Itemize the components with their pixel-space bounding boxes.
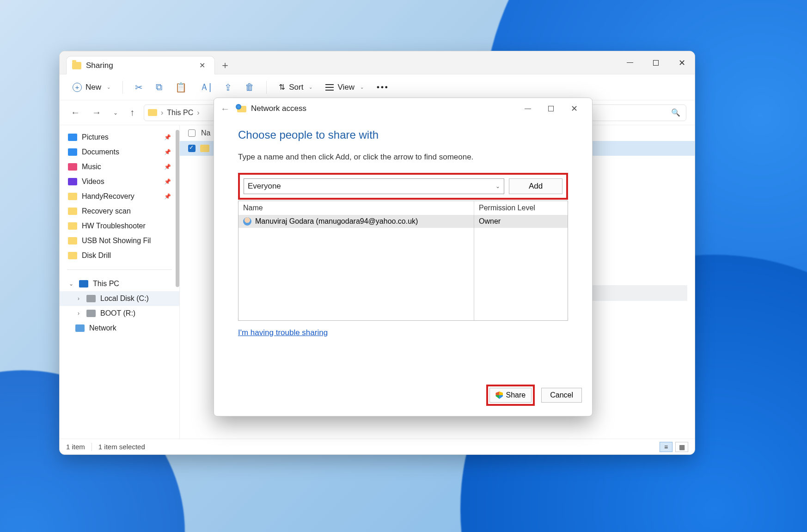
shield-icon [495,391,503,399]
sidebar-item-recoveryscan[interactable]: Recovery scan [60,204,179,219]
back-button[interactable]: ← [220,104,230,114]
maximize-button[interactable] [539,100,562,117]
minimize-button[interactable] [516,100,539,117]
chevron-right-icon: › [197,109,199,117]
sidebar-item-label: HW Troubleshooter [82,222,146,230]
permissions-table: Name Permission Level Manuviraj Godara (… [238,201,568,321]
history-dropdown[interactable]: ⌄ [110,108,121,118]
folder-icon [68,193,77,200]
sidebar-item-network[interactable]: Network [60,321,179,336]
view-button[interactable]: View ⌄ [321,80,368,95]
sidebar-item-label: Recovery scan [82,207,131,215]
chevron-down-icon: ⌄ [68,281,74,287]
folder-icon [72,62,81,69]
folder-icon [148,109,157,116]
more-button[interactable]: ••• [372,80,394,95]
view-icon [325,87,334,88]
disk-icon [86,310,96,317]
sidebar-item-videos[interactable]: Videos📌 [60,174,179,189]
share-button[interactable]: Share [489,388,532,403]
cancel-label: Cancel [550,391,573,399]
network-share-icon [237,105,246,112]
tab-close-icon[interactable]: ✕ [196,59,209,72]
copy-button[interactable]: ⧉ [151,79,167,95]
share-button[interactable]: ⇪ [220,79,237,96]
tab-sharing[interactable]: Sharing ✕ [66,56,215,74]
highlight-add-area: Everyone ⌄ Add [238,173,568,200]
dialog-body: Choose people to share with Type a name … [214,119,592,337]
select-all-checkbox[interactable] [188,129,196,137]
folder-icon [68,252,77,259]
divider [67,269,172,270]
view-label: View [337,83,355,92]
sidebar-item-thispc[interactable]: ⌄This PC [60,276,179,291]
sidebar-item-diskdrill[interactable]: Disk Drill [60,248,179,263]
forward-button[interactable]: → [89,105,104,120]
sidebar-item-label: Music [82,163,101,171]
maximize-button[interactable] [643,51,669,74]
folder-icon [68,208,77,215]
scrollbar-thumb[interactable] [176,130,179,287]
dialog-window-controls: ✕ [516,100,586,117]
cut-button[interactable]: ✂ [130,79,147,96]
sidebar-item-label: Network [89,324,116,332]
chevron-down-icon: ⌄ [107,85,110,90]
toolbar: + New ⌄ ✂ ⧉ 📋 Ａ| ⇪ 🗑 ⇅ Sort ⌄ View ⌄ ••• [60,74,695,100]
sidebar-item-label: Documents [82,148,119,156]
chevron-down-icon[interactable]: ⌄ [495,183,500,190]
sidebar-item-music[interactable]: Music📌 [60,159,179,174]
row-checkbox[interactable] [188,145,196,152]
column-name[interactable]: Na [201,129,210,137]
search-icon: 🔍 [671,108,680,117]
sort-label: Sort [289,83,303,92]
paste-button[interactable]: 📋 [171,79,191,96]
separator [92,443,92,451]
chevron-down-icon: ⌄ [309,85,312,90]
sidebar-item-pictures[interactable]: Pictures📌 [60,130,179,145]
permissions-header: Name Permission Level [238,201,568,215]
close-button[interactable]: ✕ [562,100,586,117]
new-button[interactable]: + New ⌄ [68,80,115,95]
breadcrumb-thispc[interactable]: This PC [167,109,193,117]
status-bar: 1 item 1 item selected ≡ ▦ [60,439,695,454]
sidebar-item-boot[interactable]: ›BOOT (R:) [60,306,179,321]
add-button[interactable]: Add [509,178,562,194]
sidebar-item-label: Videos [82,177,104,186]
icons-view-button[interactable]: ▦ [675,442,688,452]
sidebar-item-label: USB Not Showing Fil [82,237,151,245]
sidebar-item-label: Pictures [82,133,109,141]
new-tab-button[interactable]: ＋ [215,56,235,74]
sidebar-item-localdisk[interactable]: ›Local Disk (C:) [60,291,179,306]
minimize-button[interactable] [617,51,643,74]
sidebar-item-hwtroubleshooter[interactable]: HW Troubleshooter [60,219,179,233]
pin-icon: 📌 [164,149,171,155]
close-button[interactable]: ✕ [669,51,695,74]
user-icon [243,217,251,226]
dialog-titlebar: ← Network access ✕ [214,98,592,119]
sidebar-item-handyrecovery[interactable]: HandyRecovery📌 [60,189,179,204]
col-name[interactable]: Name [238,201,474,215]
permissions-row[interactable]: Manuviraj Godara (manugodara94@yahoo.co.… [238,215,568,228]
sidebar-item-usbnotshowing[interactable]: USB Not Showing Fil [60,233,179,248]
rename-button[interactable]: Ａ| [195,78,216,96]
back-button[interactable]: ← [68,105,83,120]
people-combobox[interactable]: Everyone ⌄ [244,178,504,194]
folder-icon [68,237,77,245]
sidebar-item-documents[interactable]: Documents📌 [60,145,179,159]
up-button[interactable]: ↑ [127,105,137,120]
highlight-share-button: Share [486,385,535,406]
details-view-button[interactable]: ≡ [660,442,672,452]
col-permission[interactable]: Permission Level [474,201,568,215]
delete-button[interactable]: 🗑 [240,79,259,95]
trouble-label: I'm having trouble sharing [238,328,328,337]
sidebar-item-label: BOOT (R:) [100,309,135,318]
dialog-headline: Choose people to share with [238,128,568,141]
permissions-empty [238,228,568,320]
network-access-dialog: ← Network access ✕ Choose people to shar… [214,98,593,416]
plus-circle-icon: + [73,83,82,92]
trouble-sharing-link[interactable]: I'm having trouble sharing [238,328,328,337]
sort-button[interactable]: ⇅ Sort ⌄ [274,79,317,95]
titlebar: Sharing ✕ ＋ ✕ [60,51,695,74]
search-input[interactable]: 🔍 [589,104,686,121]
cancel-button[interactable]: Cancel [541,388,582,403]
